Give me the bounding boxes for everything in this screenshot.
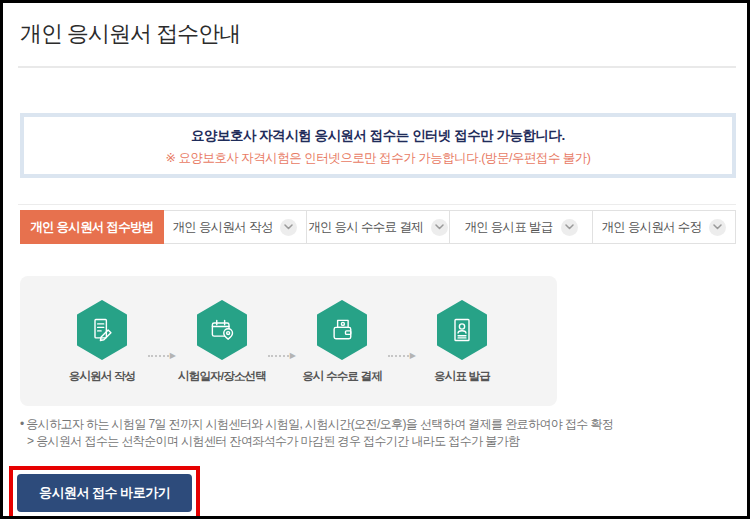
title-divider — [18, 66, 736, 68]
process-step-ticket: 응시표 발급 — [416, 300, 508, 384]
chevron-down-icon[interactable] — [431, 219, 448, 236]
dotted-arrow-icon: ▶ — [268, 352, 296, 360]
red-highlight-box: 응시원서 접수 바로가기 — [9, 466, 200, 519]
internet-only-notice-box: 요양보호사 자격시험 응시원서 접수는 인터넷 접수만 가능합니다. ※ 요양보… — [20, 113, 736, 178]
calendar-location-icon — [195, 300, 249, 360]
dotted-arrow-icon: ▶ — [388, 352, 416, 360]
step-label: 응시원서 작성 — [56, 369, 148, 384]
tab-label: 개인 응시 수수료 결제 — [308, 219, 423, 236]
process-step-write: 응시원서 작성 — [56, 300, 148, 384]
tab-reception-method[interactable]: 개인 응시원서 접수방법 — [20, 210, 164, 244]
notice-sub-text: ※ 요양보호사 자격시험은 인터넷으로만 접수가 가능합니다.(방문/우편접수 … — [24, 150, 732, 167]
page-title: 개인 응시원서 접수안내 — [20, 19, 240, 49]
tab-label: 개인 응시원서 작성 — [173, 219, 273, 236]
exam-application-guide-page: 개인 응시원서 접수안내 요양보호사 자격시험 응시원서 접수는 인터넷 접수만… — [0, 0, 750, 519]
id-card-icon — [435, 300, 489, 360]
notice-main-text: 요양보호사 자격시험 응시원서 접수는 인터넷 접수만 가능합니다. — [24, 127, 732, 145]
tabbar-top-divider — [18, 204, 736, 205]
notes-section: • 응시하고자 하는 시험일 7일 전까지 시험센터와 시험일, 시험시간(오전… — [20, 416, 736, 450]
chevron-down-icon[interactable] — [709, 219, 726, 236]
dotted-arrow-icon: ▶ — [148, 352, 176, 360]
tab-label: 개인 응시원서 접수방법 — [30, 219, 154, 236]
step-label: 시험일자/장소선택 — [176, 369, 268, 384]
application-reception-button[interactable]: 응시원서 접수 바로가기 — [17, 474, 192, 512]
guide-tabbar: 개인 응시원서 접수방법 개인 응시원서 작성 개인 응시 수수료 결제 개인 … — [20, 210, 736, 244]
document-pencil-icon — [75, 300, 129, 360]
wallet-payment-icon — [315, 300, 369, 360]
tab-label: 개인 응시원서 수정 — [602, 219, 702, 236]
note-line: > 응시원서 접수는 선착순이며 시험센터 잔여좌석수가 마감된 경우 접수기간… — [20, 433, 736, 450]
chevron-down-icon[interactable] — [561, 219, 578, 236]
note-line: • 응시하고자 하는 시험일 7일 전까지 시험센터와 시험일, 시험시간(오전… — [20, 416, 736, 433]
step-label: 응시표 발급 — [416, 369, 508, 384]
tab-ticket-issue[interactable]: 개인 응시표 발급 — [449, 210, 593, 244]
tab-label: 개인 응시표 발급 — [464, 219, 552, 236]
tab-fee-payment[interactable]: 개인 응시 수수료 결제 — [306, 210, 450, 244]
process-step-payment: 응시 수수료 결제 — [296, 300, 388, 384]
process-step-date-place: 시험일자/장소선택 — [176, 300, 268, 384]
step-label: 응시 수수료 결제 — [296, 369, 388, 384]
chevron-down-icon[interactable] — [280, 219, 297, 236]
tab-application-edit[interactable]: 개인 응시원서 수정 — [592, 210, 736, 244]
process-diagram: 응시원서 작성 ▶ 시험일자/장소선택 ▶ — [20, 276, 557, 406]
tab-application-write[interactable]: 개인 응시원서 작성 — [163, 210, 307, 244]
